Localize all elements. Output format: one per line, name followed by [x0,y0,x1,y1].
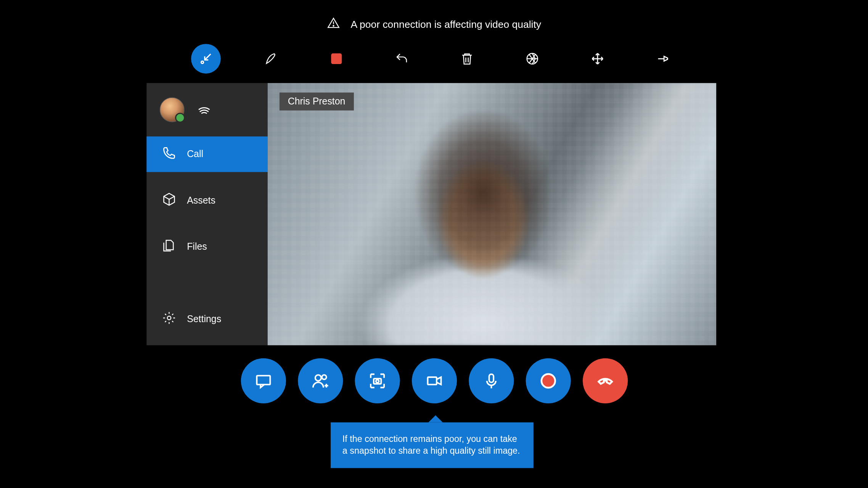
tooltip-text: If the connection remains poor, you can … [342,433,520,456]
video-toggle-button[interactable] [411,358,457,403]
record-button[interactable] [526,358,571,403]
microphone-toggle-button[interactable] [468,358,513,403]
svg-rect-12 [428,377,436,384]
sidebar-item-files[interactable]: Files [146,229,267,265]
record-icon [540,373,556,388]
collapse-button[interactable] [191,44,220,74]
remote-video-feed: Chris Preston [268,83,716,345]
sidebar-item-label: Settings [187,314,221,324]
participant-name: Chris Preston [288,96,346,106]
pin-button[interactable] [648,44,677,74]
svg-point-11 [376,380,379,383]
sidebar-item-settings[interactable]: Settings [146,301,267,337]
participant-name-chip: Chris Preston [280,93,354,111]
expand-button[interactable] [582,44,612,74]
hang-up-button[interactable] [582,358,627,403]
sidebar-item-assets[interactable]: Assets [146,183,267,218]
avatar[interactable] [160,97,185,122]
call-control-bar [0,358,868,403]
sidebar-item-call[interactable]: Call [146,136,267,172]
warning-icon [327,17,340,33]
connection-warning-banner: A poor connection is affecting video qua… [0,17,868,33]
warning-text: A poor connection is affecting video qua… [351,19,542,30]
snapshot-tooltip: If the connection remains poor, you can … [331,422,534,468]
stop-square-icon [331,53,341,64]
app-window: Call Assets Files [146,83,716,345]
draw-button[interactable] [256,44,286,74]
svg-point-2 [201,61,203,63]
cube-icon [162,192,176,209]
svg-point-9 [321,375,326,379]
sidebar-item-label: Files [187,241,207,252]
svg-point-6 [167,316,171,319]
svg-rect-13 [489,374,493,382]
files-icon [162,239,176,255]
chat-button[interactable] [241,358,286,403]
svg-point-8 [315,375,321,381]
top-toolbar [0,44,868,74]
add-people-button[interactable] [297,358,342,403]
svg-point-1 [333,26,334,26]
connection-strength-icon [198,102,211,117]
delete-button[interactable] [452,44,482,74]
svg-rect-7 [257,376,270,384]
undo-button[interactable] [387,44,416,74]
phone-icon [162,146,176,163]
sidebar-item-label: Call [187,149,203,160]
profile-row [146,83,267,136]
sidebar-item-label: Assets [187,195,215,206]
sidebar: Call Assets Files [146,83,267,345]
aperture-button[interactable] [517,44,547,74]
stop-record-button[interactable] [321,44,351,74]
snapshot-button[interactable] [355,358,400,403]
gear-icon [162,311,176,327]
